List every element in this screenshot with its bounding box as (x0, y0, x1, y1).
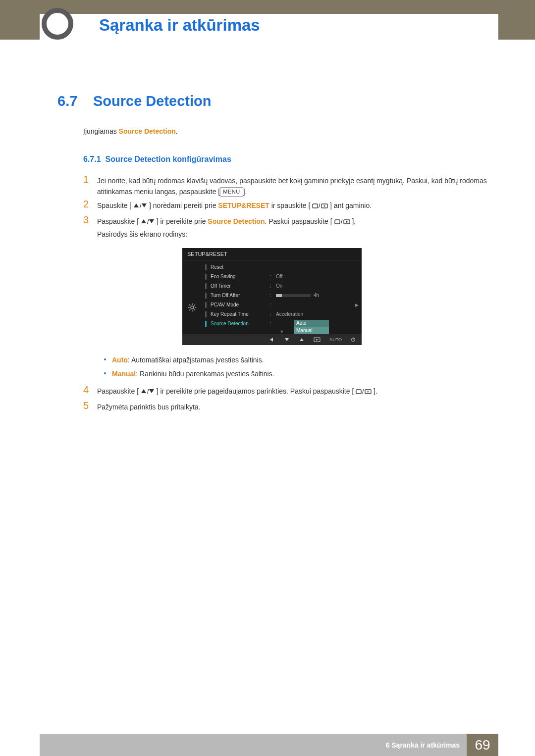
svg-line-20 (189, 309, 190, 310)
bullet-auto-label: Auto (112, 356, 128, 364)
menu-chip: MENU (220, 187, 243, 197)
svg-marker-6 (141, 219, 146, 223)
nav-up-icon (299, 337, 305, 342)
intro-suffix: . (176, 127, 178, 135)
svg-marker-27 (141, 389, 146, 393)
osd-row-off-timer: Off Timer:On (202, 281, 362, 291)
step-1-b: ]. (243, 188, 247, 196)
osd-value: Acceleration (276, 311, 303, 317)
up-down-icon: / (141, 218, 155, 225)
s3a: Paspauskite [ (97, 217, 139, 225)
s2b: ] norėdami pereiti prie (149, 202, 218, 209)
intro-text: Įjungiamas Source Detection. (83, 127, 178, 135)
svg-text:/: / (362, 388, 364, 395)
section-title: Source Detection (93, 93, 212, 109)
subsection-heading: 6.7.1 Source Detection konfigūravimas (83, 155, 231, 164)
svg-rect-30 (356, 390, 361, 394)
svg-line-17 (189, 304, 190, 305)
s4c: ]. (374, 387, 377, 395)
osd-value: On (276, 283, 282, 289)
chapter-badge (42, 8, 73, 40)
step-4-number: 4 (83, 384, 96, 396)
intro-prefix: Įjungiamas (83, 127, 119, 135)
dropdown-option-auto: Auto (294, 320, 329, 327)
bullet-manual-text: : Rankiniu būdu parenkamas įvesties šalt… (136, 370, 274, 378)
subsection-title: Source Detection konfigūravimas (105, 155, 231, 163)
osd-row-pcav: PC/AV Mode:▶ (202, 300, 362, 309)
step-1-number: 1 (83, 174, 96, 185)
osd-icon-column (182, 260, 202, 334)
bullet-manual: Manual: Rankiniu būdu parenkamas įvestie… (104, 368, 274, 379)
osd-footer-auto: AUTO (329, 337, 342, 342)
footer-page-number: 69 (467, 734, 498, 756)
svg-text:/: / (341, 218, 343, 225)
nav-down-icon (284, 337, 290, 342)
osd-row-source-detection: Source Detection: Auto Manual (202, 319, 362, 328)
svg-text:/: / (140, 202, 142, 209)
osd-label: Off Timer (211, 283, 270, 289)
osd-row-reset: Reset (202, 262, 362, 272)
gear-icon (188, 303, 197, 312)
subsection-number: 6.7.1 (83, 155, 101, 163)
svg-line-19 (194, 304, 195, 305)
nav-left-icon (269, 337, 275, 342)
s3hl: Source Detection (208, 217, 265, 225)
svg-text:/: / (147, 218, 149, 225)
slider-icon (276, 294, 311, 297)
osd-footer: AUTO (182, 334, 362, 345)
s3d: ]. (352, 217, 356, 225)
osd-dropdown: Auto Manual (294, 320, 329, 335)
option-list: Auto: Automatiškai atpažįstamas įvesties… (104, 354, 274, 383)
osd-label: Eco Saving (211, 274, 270, 279)
s2d: ] ant gaminio. (330, 202, 372, 209)
section-number: 6.7 (57, 93, 77, 109)
svg-marker-2 (142, 203, 147, 207)
s2hl: SETUP&RESET (218, 202, 269, 209)
svg-rect-3 (313, 204, 318, 208)
svg-marker-0 (134, 203, 139, 207)
power-icon (351, 337, 356, 342)
select-enter-icon: / (356, 388, 372, 395)
page-footer: 6 Sąranka ir atkūrimas 69 (40, 734, 498, 756)
intro-highlight: Source Detection (119, 127, 176, 135)
osd-row-krt: Key Repeat Time:Acceleration (202, 309, 362, 319)
select-enter-icon: / (334, 218, 350, 225)
osd-title: SETUP&RESET (182, 248, 362, 260)
svg-text:/: / (147, 388, 149, 395)
osd-more-icon: ▼ (202, 329, 362, 334)
footer-label: 6 Sąranka ir atkūrimas (40, 734, 467, 756)
osd-label: Key Repeat Time (211, 311, 270, 317)
up-down-icon: / (141, 388, 155, 395)
chapter-title: Sąranka ir atkūrimas (99, 16, 260, 35)
up-down-icon: / (133, 202, 147, 209)
s3c: . Paskui paspauskite [ (265, 217, 332, 225)
s4a: Paspauskite [ (97, 387, 139, 395)
svg-marker-29 (149, 389, 154, 393)
svg-rect-9 (335, 220, 340, 224)
caret-right-icon: ▶ (355, 302, 359, 307)
svg-marker-21 (270, 338, 273, 342)
svg-marker-22 (285, 338, 289, 341)
step-3-number: 3 (83, 214, 96, 226)
osd-rows: Reset Eco Saving:Off Off Timer:On Turn O… (202, 260, 362, 334)
osd-label: Reset (211, 264, 270, 270)
s3b: ] ir pereikite prie (157, 217, 208, 225)
step-1-text: Jei norite, kad būtų rodomas klavišų vad… (97, 176, 498, 197)
osd-value: Off (276, 274, 282, 279)
step-5-number: 5 (83, 400, 96, 411)
s2c: ir spauskite [ (269, 202, 310, 209)
osd-label: Source Detection (211, 321, 270, 326)
osd-label: PC/AV Mode (211, 302, 270, 307)
svg-text:/: / (319, 202, 321, 209)
bullet-manual-label: Manual (112, 370, 136, 378)
bullet-auto-text: : Automatiškai atpažįstamas įvesties šal… (128, 356, 264, 364)
svg-marker-23 (300, 338, 304, 341)
osd-value: 4h (314, 293, 319, 298)
bullet-auto: Auto: Automatiškai atpažįstamas įvesties… (104, 354, 274, 365)
s4b: ] ir pereikite prie pageidaujamos parink… (157, 387, 354, 395)
osd-row-turn-off: Turn Off After:4h (202, 291, 362, 300)
svg-line-18 (194, 309, 195, 310)
dropdown-option-manual: Manual (294, 327, 329, 335)
osd-row-eco: Eco Saving:Off (202, 272, 362, 281)
step-3-text: Paspauskite [ / ] ir pereikite prie Sour… (97, 216, 498, 227)
